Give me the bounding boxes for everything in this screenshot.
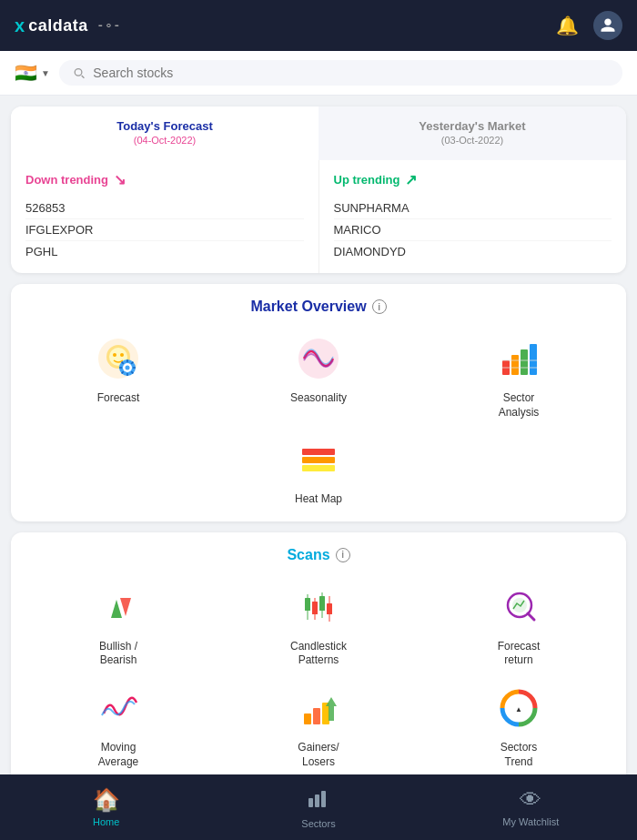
down-arrow-icon: ↘ [114,171,126,188]
scan-item-moving-average-label: Moving Average [98,741,138,769]
scan-item-gainers-losers[interactable]: Gainers/ Losers [226,683,411,769]
scan-item-forecast-return-label: Forecast return [498,640,541,668]
up-arrow-icon: ↗ [405,171,417,188]
avatar[interactable] [593,11,622,40]
chevron-down-icon: ▼ [41,68,50,78]
forecast-return-icon [493,582,544,633]
heatmap-row: Heat Map [25,434,612,507]
sectors-trend-icon: ▲ [493,683,544,734]
list-item[interactable]: DIAMONDYD [334,241,612,262]
market-item-forecast[interactable]: Forecast [25,333,211,420]
svg-rect-10 [511,355,519,375]
header-icons: 🔔 [556,11,622,40]
nav-home-label: Home [93,816,119,827]
candlestick-icon [293,582,344,633]
list-item[interactable]: MARICO [334,219,612,241]
down-trending-col: Down trending ↘ 526853 IFGLEXPOR PGHL [11,160,319,273]
info-icon: i [372,299,387,314]
svg-point-3 [113,353,116,357]
scan-item-bullish-bearish[interactable]: Bullish / Bearish [25,582,211,668]
tab-today-forecast[interactable]: Today's Forecast (04-Oct-2022) [11,106,318,160]
svg-rect-21 [305,598,310,611]
up-trending-label: Up trending ↗ [334,171,612,188]
list-item[interactable]: IFGLEXPOR [25,219,304,241]
sectors-icon [307,785,330,815]
search-icon [72,66,86,80]
heat-map-icon [293,434,344,485]
search-input[interactable] [93,66,610,80]
today-tab-date: (04-Oct-2022) [25,135,304,146]
tab-yesterday-market[interactable]: Yesterday's Market (03-Oct-2022) [318,106,626,160]
forecast-card: Today's Forecast (04-Oct-2022) Yesterday… [11,106,626,273]
forecast-body: Down trending ↘ 526853 IFGLEXPOR PGHL Up… [11,160,626,273]
svg-line-30 [528,613,534,620]
yesterday-tab-date: (03-Oct-2022) [333,135,612,146]
main-content: Today's Forecast (04-Oct-2022) Yesterday… [0,96,637,840]
svg-rect-23 [312,602,318,614]
moving-average-icon [93,683,144,734]
scan-item-candlestick-label: Candlestick Patterns [290,640,347,668]
svg-rect-27 [327,603,332,614]
nav-item-watchlist[interactable]: 👁 My Watchlist [425,780,637,835]
search-container [59,60,622,86]
svg-rect-32 [313,708,320,724]
scan-item-forecast-return[interactable]: Forecast return [426,582,612,668]
bottom-nav: 🏠 Home Sectors 👁 My Watchlist [0,774,637,840]
svg-rect-12 [530,344,537,375]
svg-rect-16 [302,457,335,463]
scan-item-sectors-trend[interactable]: ▲ Sectors Trend [426,683,612,769]
svg-rect-11 [521,349,528,375]
market-item-seasonality[interactable]: Seasonality [226,333,411,420]
search-bar: 🇮🇳 ▼ [0,51,637,96]
forecast-tabs: Today's Forecast (04-Oct-2022) Yesterday… [11,106,626,160]
market-overview-title: Market Overview i [25,299,612,315]
today-tab-title: Today's Forecast [25,119,304,133]
up-trending-col: Up trending ↗ SUNPHARMA MARICO DIAMONDYD [319,160,627,273]
market-item-heatmap-label: Heat Map [295,492,342,507]
scan-item-candlestick[interactable]: Candlestick Patterns [226,582,411,668]
svg-rect-70 [315,794,319,807]
svg-text:▲: ▲ [515,705,522,713]
svg-point-4 [120,353,124,357]
scan-item-gainers-losers-label: Gainers/ Losers [298,741,339,769]
svg-rect-15 [302,449,335,455]
yesterday-tab-title: Yesterday's Market [333,119,612,133]
scans-info-icon: i [336,548,350,562]
list-item[interactable]: SUNPHARMA [334,197,612,219]
scans-grid-row2: Moving Average Gainers/ Losers [25,683,612,769]
svg-rect-72 [328,787,329,807]
list-item[interactable]: PGHL [25,241,304,262]
nav-item-sectors[interactable]: Sectors [212,778,424,836]
nav-item-home[interactable]: 🏠 Home [0,780,212,835]
svg-marker-19 [120,598,131,616]
svg-rect-17 [302,465,335,471]
seasonality-icon [293,333,344,384]
svg-rect-25 [319,596,325,611]
market-item-seasonality-label: Seasonality [290,391,347,406]
nav-sectors-label: Sectors [301,818,335,829]
scans-grid-row1: Bullish / Bearish [25,582,612,668]
home-icon: 🏠 [93,787,120,813]
logo: x caldata ⁃⚬⁃ [15,15,120,36]
gainers-losers-icon [293,683,344,734]
down-trending-label: Down trending ↘ [25,171,304,188]
market-item-sector-analysis-label: Sector Analysis [499,391,540,420]
scans-title: Scans i [25,547,612,563]
scan-item-moving-average[interactable]: Moving Average [25,683,211,769]
scans-card: Scans i Bullish / Bearish [11,532,626,798]
svg-marker-18 [111,600,122,618]
nav-watchlist-label: My Watchlist [502,816,559,827]
svg-rect-31 [304,713,311,724]
country-selector[interactable]: 🇮🇳 ▼ [15,62,50,84]
watchlist-icon: 👁 [520,787,541,813]
svg-point-7 [126,366,130,370]
market-item-heatmap[interactable]: Heat Map [293,434,344,507]
app-header: x caldata ⁃⚬⁃ 🔔 [0,0,637,51]
market-overview-card: Market Overview i [11,284,626,521]
notification-icon[interactable]: 🔔 [556,15,579,36]
list-item[interactable]: 526853 [25,197,304,219]
logo-decoration: ⁃⚬⁃ [97,19,120,33]
market-item-sector-analysis[interactable]: Sector Analysis [426,333,612,420]
svg-rect-71 [321,791,326,807]
scan-item-bullish-bearish-label: Bullish / Bearish [99,640,137,668]
